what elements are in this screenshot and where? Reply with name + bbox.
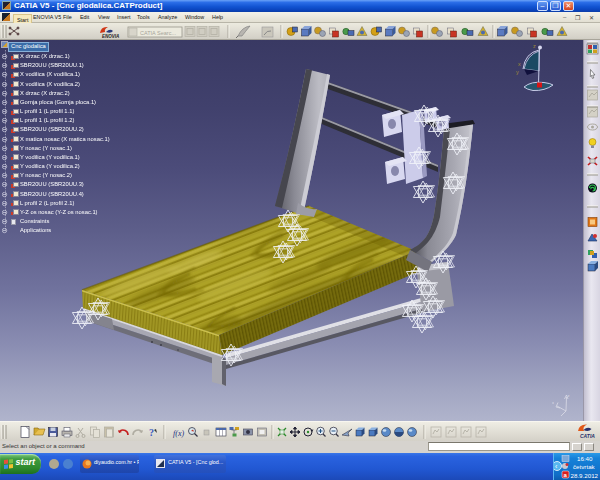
svg-text:četvrtak: četvrtak (573, 463, 596, 470)
svg-text:ENOVIA: ENOVIA (102, 34, 119, 39)
svg-text:y: y (516, 69, 519, 75)
svg-text:x: x (518, 61, 521, 67)
svg-text:x: x (552, 400, 554, 405)
svg-text:f(x): f(x) (173, 429, 184, 438)
svg-text:?: ? (149, 427, 154, 438)
svg-text:16:40: 16:40 (577, 455, 593, 462)
svg-text:z: z (533, 43, 536, 49)
svg-text:CATIA Searc...: CATIA Searc... (140, 30, 176, 36)
svg-text:CATIA: CATIA (580, 433, 595, 439)
svg-text:28.9.2012: 28.9.2012 (571, 472, 599, 479)
svg-text:z: z (568, 393, 570, 398)
